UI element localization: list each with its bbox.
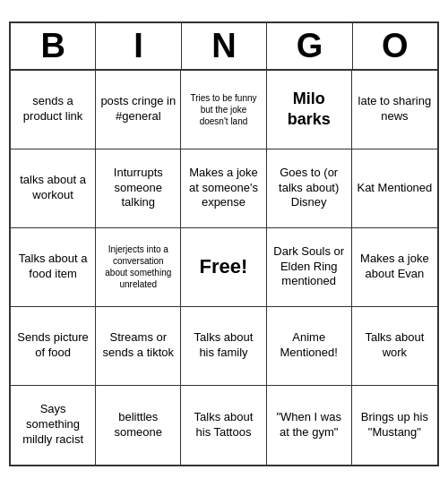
bingo-cell-12[interactable]: Free! bbox=[181, 228, 266, 307]
bingo-cell-4[interactable]: late to sharing news bbox=[352, 71, 437, 150]
bingo-cell-20[interactable]: Says something mildly racist bbox=[11, 386, 96, 465]
bingo-cell-17[interactable]: Talks about his family bbox=[181, 307, 266, 386]
bingo-grid: sends a product linkposts cringe in #gen… bbox=[11, 71, 437, 465]
bingo-cell-23[interactable]: "When I was at the gym" bbox=[267, 386, 352, 465]
bingo-cell-15[interactable]: Sends picture of food bbox=[11, 307, 96, 386]
header-i: I bbox=[96, 23, 181, 71]
bingo-cell-6[interactable]: Inturrupts someone talking bbox=[96, 150, 181, 228]
bingo-cell-9[interactable]: Kat Mentioned bbox=[352, 150, 437, 228]
bingo-cell-10[interactable]: Talks about a food item bbox=[11, 228, 96, 307]
bingo-cell-8[interactable]: Goes to (or talks about) Disney bbox=[267, 150, 352, 228]
bingo-cell-3[interactable]: Milo barks bbox=[267, 71, 352, 150]
bingo-cell-22[interactable]: Talks about his Tattoos bbox=[181, 386, 266, 465]
bingo-cell-19[interactable]: Talks about work bbox=[352, 307, 437, 386]
bingo-card: B I N G O sends a product linkposts crin… bbox=[9, 21, 439, 466]
bingo-cell-0[interactable]: sends a product link bbox=[11, 71, 96, 150]
header-b: B bbox=[11, 23, 96, 71]
header-o: O bbox=[353, 23, 437, 71]
bingo-cell-18[interactable]: Anime Mentioned! bbox=[267, 307, 352, 386]
header-n: N bbox=[182, 23, 267, 71]
bingo-cell-24[interactable]: Brings up his "Mustang" bbox=[352, 386, 437, 465]
bingo-cell-7[interactable]: Makes a joke at someone's expense bbox=[181, 150, 266, 228]
bingo-cell-21[interactable]: belittles someone bbox=[96, 386, 181, 465]
bingo-cell-16[interactable]: Streams or sends a tiktok bbox=[96, 307, 181, 386]
bingo-cell-2[interactable]: Tries to be funny but the joke doesn't l… bbox=[181, 71, 266, 150]
bingo-header: B I N G O bbox=[11, 23, 437, 71]
bingo-cell-1[interactable]: posts cringe in #general bbox=[96, 71, 181, 150]
header-g: G bbox=[267, 23, 352, 71]
bingo-cell-14[interactable]: Makes a joke about Evan bbox=[352, 228, 437, 307]
bingo-cell-11[interactable]: Injerjects into a conversation about som… bbox=[96, 228, 181, 307]
bingo-cell-13[interactable]: Dark Souls or Elden Ring mentioned bbox=[267, 228, 352, 307]
bingo-cell-5[interactable]: talks about a workout bbox=[11, 150, 96, 228]
